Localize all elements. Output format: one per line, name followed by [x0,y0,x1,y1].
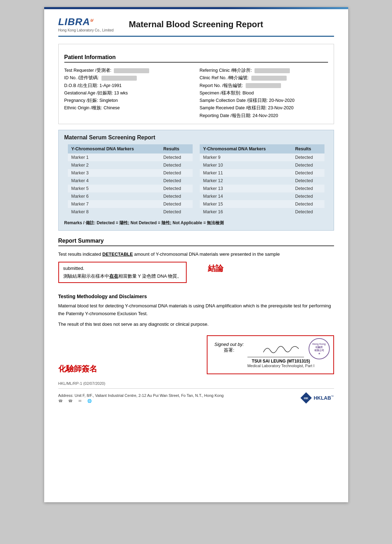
summary-section: Report Summary Test results indicated DE… [58,238,334,287]
logo-subtitle: Hong Kong Laboratory Co., Limited [58,28,122,32]
marker-result: Detected [160,200,192,208]
underline-bold-text: 在在 [109,273,118,279]
svg-text:HK: HK [304,397,308,400]
logo-text: LIBRA⩁ [58,16,122,28]
marker-name: Marker 11 [200,169,292,177]
redacted-value [101,76,137,81]
patient-ethnic-row: Ethnic Origin /種族: Chinese [64,104,193,112]
marker-name: Marker 6 [68,192,160,200]
redacted-value [254,68,290,73]
table-row: Marker 14Detected [200,192,324,200]
marker-name: Marker 9 [200,154,292,161]
address-line: Address: Unit F, 8/F., Valiant Industria… [58,393,224,398]
patient-row: Referring Clinic /轉介診所: [200,67,328,74]
marker-name: Marker 15 [200,200,292,208]
table-row: Marker 9Detected [200,154,324,161]
table-row: Marker 11Detected [200,169,324,177]
patient-dob-row: D.O.B /出生日期: 1-Apr-1991 [64,82,193,89]
signature-section: 化驗師簽名 Hong Kong化驗所有限公司★ Signed out by: 簽… [58,335,334,374]
patient-reporting-row: Reporting Date /報告日期: 24-Nov-2020 [200,112,328,120]
patient-gestational-row: Gestational Age /妊娠期: 13 wks [64,89,193,97]
table-row: Marker 1Detected [68,154,193,161]
summary-section-title: Report Summary [58,238,334,246]
marker-result: Detected [292,192,324,200]
marker-result: Detected [292,154,324,161]
patient-row: Test Requester /受測者: [64,67,193,74]
left-markers-table: Y-Chromosomal DNA Markers Results Marker… [68,144,193,216]
chemist-label: 化驗師簽名 [58,364,97,374]
patient-received-row: Sample Received Date /收樣日期: 23-Nov-2020 [200,104,328,112]
col-header-results: Results [292,144,324,154]
methodology-text2: The result of this test does not serve a… [58,320,334,328]
footer-address-text: Address: Unit F, 8/F., Valiant Industria… [58,393,224,403]
right-markers-table: Y-Chromosomal DNA Markers Results Marker… [200,144,324,216]
table-row: Marker 4Detected [68,177,193,185]
marker-name: Marker 14 [200,192,292,200]
table-row: Marker 13Detected [200,185,324,192]
markers-right: Y-Chromosomal DNA Markers Results Marker… [196,144,328,216]
table-row: Marker 6Detected [68,192,193,200]
marker-result: Detected [160,154,192,161]
methodology-section: Testing Methodology and Disclaimers Mate… [58,294,334,328]
markers-left: Y-Chromosomal DNA Markers Results Marker… [64,144,196,216]
submitted-block: submitted. 測驗結果顯示在樣本中在在相當數量 Y 染色體 DNA 物質… [58,262,187,287]
patient-grid: Test Requester /受測者: ID No. /證件號碼: D.O.B… [64,67,328,120]
table-row: Marker 16Detected [200,208,324,216]
marker-name: Marker 7 [68,200,160,208]
marker-name: Marker 16 [200,208,292,216]
submitted-box: submitted. 測驗結果顯示在樣本中在在相當數量 Y 染色體 DNA 物質… [58,262,187,283]
signer-title: Medical Laboratory Technologist, Part I [247,364,315,368]
marker-name: Marker 3 [68,169,160,177]
conclusion-area: submitted. 測驗結果顯示在樣本中在在相當數量 Y 染色體 DNA 物質… [58,262,334,287]
hklab-brand-text: HKLAB™ [314,395,334,401]
company-stamp: Hong Kong化驗所有限公司★ [309,338,330,359]
top-accent-bar [44,7,348,9]
table-row: Marker 15Detected [200,200,324,208]
sign-box: Hong Kong化驗所有限公司★ Signed out by: 簽署: TSU… [207,335,334,374]
signature-area: TSUI SAI LEUNG (MT101315) Medical Labora… [247,342,315,368]
patient-row: Report No. /報告編號: [200,82,328,89]
remarks-text: Remarks / 備註: Detected = 陽性; Not Detecte… [64,220,328,226]
marker-result: Detected [160,185,192,192]
hklab-logo: HK HKLAB™ [300,392,334,404]
detectable-word: DETECTABLE [103,251,133,257]
table-row: Marker 5Detected [68,185,193,192]
marker-result: Detected [160,192,192,200]
patient-section-title: Patient Information [64,54,328,63]
table-row: Marker 10Detected [200,161,324,169]
conclusion-label: 結論 [208,263,223,274]
patient-pregnancy-row: Pregnancy /妊娠: Singleton [64,97,193,104]
table-row: Marker 12Detected [200,177,324,185]
signer-name: TSUI SAI LEUNG (MT101315) [247,359,315,364]
redacted-value [114,68,149,73]
marker-result: Detected [160,169,192,177]
marker-name: Marker 8 [68,208,160,216]
summary-text: Test results indicated DETECTABLE amount… [58,250,334,258]
logo-area: LIBRA⩁ Hong Kong Laboratory Co., Limited [58,16,122,32]
table-row: Marker 7Detected [68,200,193,208]
screening-section-title: Maternal Serum Screening Report [64,134,328,141]
table-row: Marker 3Detected [68,169,193,177]
redacted-value [251,76,287,81]
methodology-text1: Maternal blood test for detecting Y-chro… [58,302,334,318]
patient-row: Clinic Ref No. /轉介編號: [200,74,328,82]
marker-result: Detected [292,185,324,192]
hklab-diamond-icon: HK [300,392,312,404]
patient-left-col: Test Requester /受測者: ID No. /證件號碼: D.O.B… [64,67,193,120]
col-header-marker: Y-Chromosomal DNA Markers [200,144,292,154]
footer-code: HKL/ML/RP-1 (02/07/2020) [58,381,334,386]
marker-name: Marker 13 [200,185,292,192]
chinese-summary: 測驗結果顯示在樣本中在在相當數量 Y 染色體 DNA 物質。 [63,272,182,280]
patient-section: Patient Information Test Requester /受測者:… [58,44,334,124]
marker-result: Detected [160,177,192,185]
marker-name: Marker 2 [68,161,160,169]
screening-section: Maternal Serum Screening Report Y-Chromo… [58,130,334,231]
redacted-value [246,83,281,88]
markers-grid: Y-Chromosomal DNA Markers Results Marker… [64,144,328,216]
marker-result: Detected [160,161,192,169]
marker-result: Detected [292,161,324,169]
signed-out-by: Signed out by: [215,342,244,347]
col-header-results: Results [160,144,192,154]
methodology-title: Testing Methodology and Disclaimers [58,294,334,299]
table-row: Marker 8Detected [68,208,193,216]
